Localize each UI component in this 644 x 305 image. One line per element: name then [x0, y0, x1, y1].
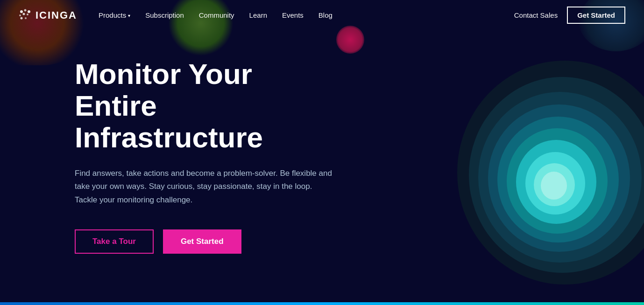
svg-point-17: [25, 17, 27, 19]
svg-point-16: [21, 17, 23, 19]
hero-description: Find answers, take actions and become a …: [75, 167, 336, 208]
hero-section: Monitor Your Entire Infrastructure Find …: [0, 30, 336, 254]
logo-icon: [19, 9, 32, 22]
nav-subscription[interactable]: Subscription: [138, 7, 191, 23]
logo[interactable]: icinga: [19, 9, 77, 22]
hero-buttons: Take a Tour Get Started: [75, 229, 336, 254]
nav-products[interactable]: Products ▾: [91, 7, 138, 23]
nav-learn[interactable]: Learn: [242, 7, 275, 23]
chevron-down-icon: ▾: [128, 13, 130, 18]
svg-point-11: [24, 9, 27, 11]
svg-point-12: [28, 10, 30, 13]
svg-point-10: [20, 10, 23, 13]
svg-point-9: [541, 172, 567, 200]
brand-name: icinga: [35, 9, 77, 21]
svg-point-13: [19, 14, 21, 16]
hero-title: Monitor Your Entire Infrastructure: [75, 58, 336, 154]
contact-sales-link[interactable]: Contact Sales: [514, 11, 558, 19]
nav-blog[interactable]: Blog: [311, 7, 340, 23]
right-visualization: [401, 28, 644, 298]
bottom-accent-bar: [0, 302, 644, 305]
svg-point-15: [27, 14, 28, 15]
take-a-tour-button[interactable]: Take a Tour: [75, 229, 154, 254]
get-started-nav-button[interactable]: Get Started: [567, 7, 625, 24]
svg-point-14: [23, 13, 25, 15]
navbar: icinga Products ▾ Subscription Community…: [0, 0, 644, 30]
nav-events[interactable]: Events: [275, 7, 311, 23]
nav-community[interactable]: Community: [191, 7, 242, 23]
get-started-hero-button[interactable]: Get Started: [163, 229, 241, 254]
nav-links: Products ▾ Subscription Community Learn …: [91, 7, 514, 23]
nav-right: Contact Sales Get Started: [514, 7, 625, 24]
